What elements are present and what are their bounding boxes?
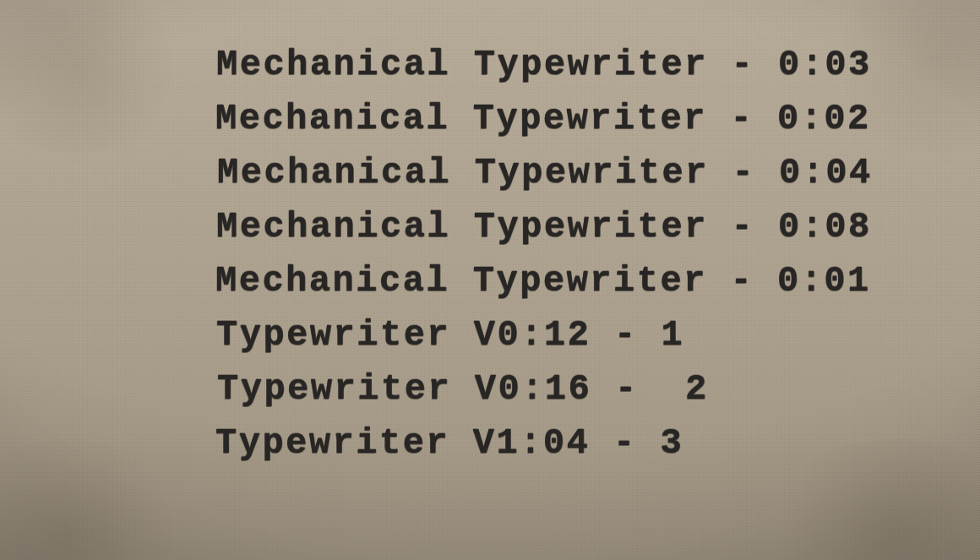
typed-line: Mechanical Typewriter - 0:02	[215, 101, 871, 137]
typed-line: Typewriter V1:04 - 3	[215, 426, 871, 461]
typed-line: Typewriter V0:12 - 1	[216, 318, 872, 353]
typed-line: Typewriter V0:16 - 2	[217, 372, 873, 407]
typed-text-block: Mechanical Typewriter - 0:03 Mechanical …	[216, 47, 872, 461]
typed-line: Mechanical Typewriter - 0:01	[215, 264, 871, 299]
typed-line: Mechanical Typewriter - 0:03	[216, 47, 872, 83]
paper-smudge	[0, 439, 186, 560]
typed-line: Mechanical Typewriter - 0:04	[217, 155, 873, 191]
paper-smudge	[0, 0, 186, 152]
typed-line: Mechanical Typewriter - 0:08	[216, 209, 872, 245]
